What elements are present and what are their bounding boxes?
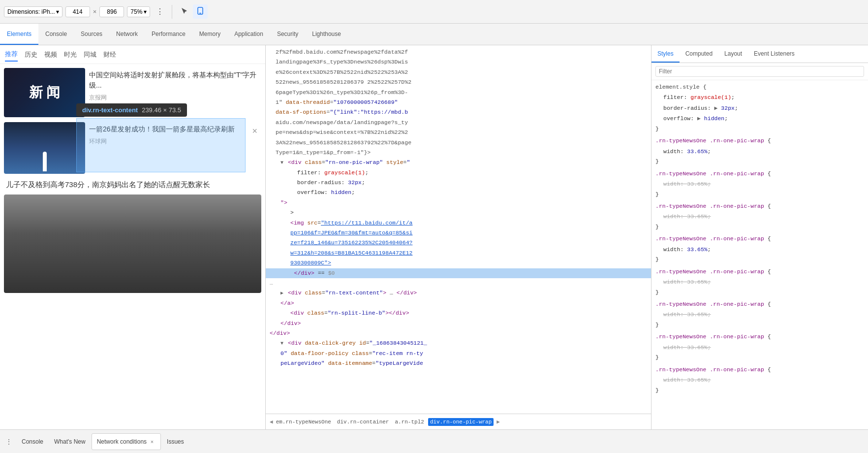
dom-ellipsis[interactable]: …: [266, 278, 651, 288]
dom-img-url-3[interactable]: w=312&h=208&s=B81BA15C4631198A472E12: [266, 248, 651, 258]
height-input[interactable]: 896: [99, 6, 124, 17]
breadcrumb-a-tpl2[interactable]: a.rn-tpl2: [393, 418, 426, 426]
dom-large-video-2[interactable]: 0" data-floor-policy class="rec-item rn-…: [266, 349, 651, 358]
element-highlight-overlay: [76, 118, 246, 172]
style-section-6: .rn-typeNewsOne .rn-one-pic-wrap { width…: [655, 299, 864, 330]
cursor-icon[interactable]: [177, 4, 192, 19]
dom-line-url-9[interactable]: Type=1&n_type=1&p_from=-1"}>: [266, 148, 651, 158]
dom-style-close-quote[interactable]: ">: [266, 198, 651, 208]
close-card-button[interactable]: ×: [252, 126, 257, 136]
dom-line-url-6[interactable]: aidu.com/newspage/data/landingpage?s_ty: [266, 118, 651, 128]
page-tab-history[interactable]: 历史: [25, 48, 37, 61]
dom-large-video-1[interactable]: ▼ <div data-click-grey id="_168638430451…: [266, 338, 651, 348]
dom-img-url-1[interactable]: pp=106&f=JPEG&fm=30&fmt=auto&q=85&si: [266, 228, 651, 238]
tab-sources[interactable]: Sources: [74, 24, 109, 45]
style-prop-width-1[interactable]: width: 33.65%;: [655, 146, 864, 157]
style-prop-width-5[interactable]: width: 33.65%;: [655, 277, 864, 288]
style-prop-width-4[interactable]: width: 33.65%;: [655, 244, 864, 255]
dom-rn-text-content[interactable]: ▶ <div class="rn-text-content"> … </div>: [266, 288, 651, 298]
tab-performance[interactable]: Performance: [145, 24, 192, 45]
dom-line-threadid[interactable]: 1" data-threadid="10760000057426689": [266, 97, 651, 107]
style-prop-width-7[interactable]: width: 33.65%;: [655, 342, 864, 353]
dom-line-url-3[interactable]: e%26context%3D%257B%2522nid%2522%253A%2: [266, 67, 651, 77]
dom-line-sfoptions[interactable]: data-sf-options="{"link":"https://mbd.b: [266, 107, 651, 117]
dom-close-a[interactable]: </a>: [266, 298, 651, 308]
dom-style-filter[interactable]: filter: grayscale(1);: [266, 168, 651, 178]
page-tab-time[interactable]: 时光: [64, 48, 77, 61]
bottom-tab-network-conditions[interactable]: Network conditions ×: [92, 433, 161, 450]
page-tab-finance[interactable]: 财经: [103, 48, 116, 61]
breadcrumb-div-one-pic-wrap[interactable]: div.rn-one-pic-wrap: [428, 418, 494, 426]
breadcrumb-em[interactable]: em.rn-typeNewsOne: [274, 418, 333, 426]
styles-tab-event-listeners[interactable]: Event Listeners: [748, 45, 801, 63]
style-prop-width-8[interactable]: width: 33.65%;: [655, 375, 864, 386]
dom-img-url-4[interactable]: 930300809C">: [266, 258, 651, 268]
tab-elements[interactable]: Elements: [0, 24, 38, 45]
device-selector[interactable]: Dimensions: iPh...: [4, 6, 62, 17]
tab-application[interactable]: Application: [227, 24, 270, 45]
style-close-3: }: [655, 222, 864, 232]
bottom-tab-console[interactable]: Console: [17, 433, 48, 450]
page-tab-video[interactable]: 视频: [44, 48, 57, 61]
style-prop-width-2[interactable]: width: 33.65%;: [655, 179, 864, 190]
dimension-x-separator: ×: [93, 8, 97, 15]
dom-style-overflow[interactable]: overflow: hidden;: [266, 188, 651, 197]
device-frame-icon[interactable]: [193, 4, 208, 19]
bottom-tab-whats-new[interactable]: What's New: [49, 433, 91, 450]
dom-img-tag[interactable]: <img src="https://t11.baidu.com/it/a: [266, 218, 651, 228]
more-options-button[interactable]: ⋮: [153, 5, 167, 18]
styles-tab-layout[interactable]: Layout: [718, 45, 748, 63]
bottom-more-button[interactable]: ⋮: [2, 435, 16, 448]
style-selector-2[interactable]: .rn-typeNewsOne .rn-one-pic-wrap {: [655, 169, 864, 179]
dom-style-border-radius[interactable]: border-radius: 32px;: [266, 178, 651, 188]
dom-line-url-5[interactable]: 6pageType%3D1%26n_type%3D1%26p_from%3D-: [266, 88, 651, 97]
dom-close-div-2[interactable]: </div>: [266, 328, 651, 338]
dom-line-url-8[interactable]: 3A%22news_9556185852812863792%22%7D&page: [266, 138, 651, 148]
tab-network[interactable]: Network: [109, 24, 145, 45]
style-prop-width-3[interactable]: width: 33.65%;: [655, 211, 864, 222]
style-selector-8[interactable]: .rn-typeNewsOne .rn-one-pic-wrap {: [655, 365, 864, 375]
styles-filter-input[interactable]: [655, 66, 864, 77]
width-input[interactable]: 414: [65, 6, 90, 17]
dom-line-url-7[interactable]: pe=news&dsp=wise&context=%7B%22nid%22%2: [266, 128, 651, 137]
tab-console[interactable]: Console: [38, 24, 74, 45]
style-prop-filter[interactable]: filter: grayscale(1);: [655, 92, 864, 103]
bottom-tab-issues[interactable]: Issues: [162, 433, 189, 450]
dom-line-url-2[interactable]: landingpage%3Fs_type%3Dnews%26dsp%3Dwis: [266, 57, 651, 67]
style-close-4: }: [655, 255, 864, 264]
breadcrumb-div-container[interactable]: div.rn-container: [335, 418, 391, 426]
dom-div-rn-one-pic-wrap[interactable]: ▼ <div class="rn-one-pic-wrap" style=": [266, 158, 651, 167]
style-selector-7[interactable]: .rn-typeNewsOne .rn-one-pic-wrap {: [655, 332, 864, 342]
dom-line-url-4[interactable]: 522news_955618585281286379 2%2522%257D%2: [266, 77, 651, 87]
dom-close-div-1[interactable]: </div>: [266, 319, 651, 328]
style-prop-border-radius[interactable]: border-radius: ▶ 32px;: [655, 103, 864, 114]
style-prop-overflow[interactable]: overflow: ▶ hidden;: [655, 113, 864, 124]
tab-security[interactable]: Security: [270, 24, 305, 45]
page-tab-local[interactable]: 同城: [84, 48, 96, 61]
styles-tab-computed[interactable]: Computed: [680, 45, 718, 63]
dom-large-video-3[interactable]: peLargeVideo" data-itemname="typeLargeVi…: [266, 358, 651, 368]
dom-split-line[interactable]: <div class="rn-split-line-b"></div>: [266, 308, 651, 318]
breadcrumb-right-arrow[interactable]: ▶: [496, 419, 500, 425]
style-selector-6[interactable]: .rn-typeNewsOne .rn-one-pic-wrap {: [655, 299, 864, 309]
dom-gt[interactable]: >: [266, 208, 651, 218]
breadcrumb-left-arrow[interactable]: ◀: [270, 419, 273, 425]
featured-news-source: 京报网: [89, 94, 261, 102]
styles-panel-tab-bar: Styles Computed Layout Event Listeners: [651, 45, 868, 63]
styles-tab-styles[interactable]: Styles: [651, 45, 680, 63]
dom-line-url-1[interactable]: 2f%2fmbd.baidu.com%2fnewspage%2fdata%2f: [266, 47, 651, 57]
tab-lighthouse[interactable]: Lighthouse: [305, 24, 348, 45]
style-section-2: .rn-typeNewsOne .rn-one-pic-wrap { width…: [655, 169, 864, 199]
style-selector-5[interactable]: .rn-typeNewsOne .rn-one-pic-wrap {: [655, 267, 864, 277]
style-selector-3[interactable]: .rn-typeNewsOne .rn-one-pic-wrap {: [655, 201, 864, 211]
style-selector-1[interactable]: .rn-typeNewsOne .rn-one-pic-wrap {: [655, 136, 864, 146]
style-selector-4[interactable]: .rn-typeNewsOne .rn-one-pic-wrap {: [655, 234, 864, 244]
bottom-tab-network-conditions-close[interactable]: ×: [149, 438, 155, 445]
zoom-selector[interactable]: 75%: [127, 6, 150, 17]
element-style-selector[interactable]: element.style {: [655, 82, 864, 92]
tab-memory[interactable]: Memory: [192, 24, 227, 45]
style-prop-width-6[interactable]: width: 33.65%;: [655, 309, 864, 320]
dom-div-close-selected[interactable]: </div> == $0: [266, 268, 651, 278]
page-tab-recommended[interactable]: 推荐: [5, 48, 18, 62]
dom-img-url-2[interactable]: ze=f218_146&u=735162235%2C205404064?: [266, 238, 651, 248]
